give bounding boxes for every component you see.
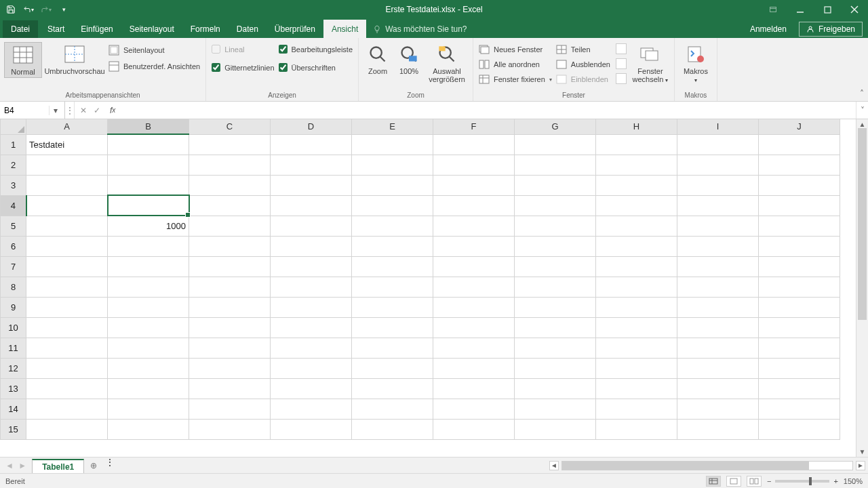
zoom-100-button[interactable]: 100% [394,42,424,77]
cell-F3[interactable] [433,175,515,195]
cell-E5[interactable] [352,216,433,236]
gridlines-checkbox[interactable]: Gitternetzlinien [210,62,275,73]
cell-G14[interactable] [515,399,596,419]
cell-J5[interactable] [759,216,840,236]
cell-D6[interactable] [271,236,352,256]
tab-daten[interactable]: Daten [229,20,267,38]
tab-formeln[interactable]: Formeln [182,20,229,38]
cell-I8[interactable] [677,277,759,297]
cell-J1[interactable] [759,134,840,155]
cell-J6[interactable] [759,236,840,256]
cell-B5[interactable]: 1000 [108,216,189,236]
cell-G3[interactable] [515,175,596,195]
tab-ansicht[interactable]: Ansicht [323,20,366,38]
zoom-selection-button[interactable]: Auswahlvergrößern [425,42,469,85]
row-header-4[interactable]: 4 [1,195,26,216]
cell-C7[interactable] [189,256,271,277]
column-header-G[interactable]: G [515,119,596,134]
cell-G13[interactable] [515,378,596,399]
cell-B6[interactable] [108,236,189,256]
select-all-corner[interactable] [1,119,26,134]
cell-B8[interactable] [108,277,189,297]
cell-G6[interactable] [515,236,596,256]
cell-G8[interactable] [515,277,596,297]
row-header-10[interactable]: 10 [1,317,26,338]
column-header-J[interactable]: J [759,119,840,134]
macros-button[interactable]: Makros▾ [679,42,713,85]
cell-C1[interactable] [189,134,271,155]
cell-H15[interactable] [596,419,677,439]
zoom-slider[interactable]: − + [767,477,838,485]
zoom-level[interactable]: 150% [844,477,863,485]
cell-F4[interactable] [433,195,515,216]
cell-F7[interactable] [433,256,515,277]
cell-F2[interactable] [433,155,515,175]
cell-A11[interactable] [26,338,108,358]
cell-A7[interactable] [26,256,108,277]
cell-A14[interactable] [26,399,108,419]
cell-H10[interactable] [596,317,677,338]
tab-start[interactable]: Start [39,20,73,38]
cell-C4[interactable] [189,195,271,216]
undo-icon[interactable]: ▾ [23,4,34,15]
row-header-1[interactable]: 1 [1,134,26,155]
cell-C14[interactable] [189,399,271,419]
row-header-11[interactable]: 11 [1,338,26,358]
cell-A8[interactable] [26,277,108,297]
worksheet-grid[interactable]: ABCDEFGHIJ1Testdatei23451000678910111213… [0,119,856,457]
custom-views-button[interactable]: Benutzerdef. Ansichten [107,60,201,73]
cell-B7[interactable] [108,256,189,277]
cell-H7[interactable] [596,256,677,277]
cell-A12[interactable] [26,358,108,378]
fx-icon[interactable]: fx [106,102,119,119]
cell-F10[interactable] [433,317,515,338]
cell-B1[interactable] [108,134,189,155]
normal-view-icon-status[interactable] [706,476,721,487]
cell-I11[interactable] [677,338,759,358]
cell-B12[interactable] [108,358,189,378]
cell-J3[interactable] [759,175,840,195]
cell-A2[interactable] [26,155,108,175]
cell-B13[interactable] [108,378,189,399]
row-header-3[interactable]: 3 [1,175,26,195]
cell-H3[interactable] [596,175,677,195]
cell-D2[interactable] [271,155,352,175]
cell-D5[interactable] [271,216,352,236]
cell-A4[interactable] [26,195,108,216]
zoom-thumb[interactable] [809,477,812,485]
sheet-nav-buttons[interactable]: ◄ ► [0,458,32,473]
cell-C13[interactable] [189,378,271,399]
cell-F9[interactable] [433,297,515,317]
cell-F5[interactable] [433,216,515,236]
cell-B11[interactable] [108,338,189,358]
new-sheet-button[interactable]: ⊕ [84,458,103,473]
cell-D15[interactable] [271,419,352,439]
cell-I3[interactable] [677,175,759,195]
cell-A9[interactable] [26,297,108,317]
page-layout-button[interactable]: Seitenlayout [107,43,201,57]
cell-E12[interactable] [352,358,433,378]
cell-C12[interactable] [189,358,271,378]
cell-I1[interactable] [677,134,759,155]
cell-D1[interactable] [271,134,352,155]
cell-F1[interactable] [433,134,515,155]
qat-customize-icon[interactable]: ▾ [58,4,69,15]
cell-J12[interactable] [759,358,840,378]
tab-überprüfen[interactable]: Überprüfen [267,20,323,38]
cell-H14[interactable] [596,399,677,419]
cell-E11[interactable] [352,338,433,358]
column-header-C[interactable]: C [189,119,271,134]
cell-J9[interactable] [759,297,840,317]
vertical-scrollbar[interactable]: ▲ ▼ [856,119,868,457]
cell-H1[interactable] [596,134,677,155]
cell-F13[interactable] [433,378,515,399]
cell-B2[interactable] [108,155,189,175]
switch-windows-button[interactable]: Fensterwechseln ▾ [631,42,670,85]
scroll-up-arrow[interactable]: ▲ [859,121,866,128]
cell-I13[interactable] [677,378,759,399]
split-button[interactable]: Teilen [555,43,612,56]
cell-G7[interactable] [515,256,596,277]
cell-I9[interactable] [677,297,759,317]
vertical-scroll-thumb[interactable] [858,128,867,320]
cell-C9[interactable] [189,297,271,317]
